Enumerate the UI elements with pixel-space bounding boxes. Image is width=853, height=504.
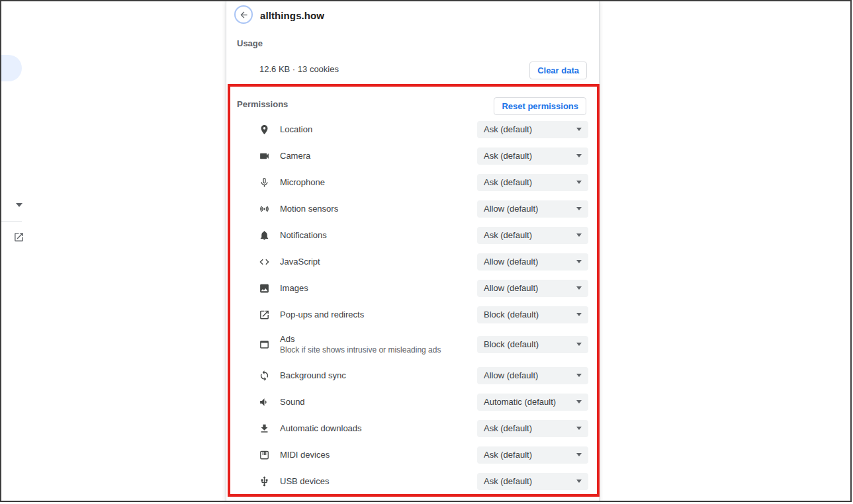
location-dropdown[interactable]: Ask (default) (477, 121, 588, 138)
permission-label: Pop-ups and redirects (280, 310, 364, 320)
javascript-dropdown[interactable]: Allow (default) (477, 253, 588, 271)
permission-label: MIDI devices (280, 450, 330, 460)
permission-row-sound: Sound Automatic (default) (226, 389, 600, 415)
dropdown-selected-value: Block (default) (484, 310, 539, 319)
camera-dropdown[interactable]: Ask (default) (477, 147, 588, 165)
dropdown-selected-value: Allow (default) (484, 257, 538, 267)
dropdown-caret-icon (576, 313, 582, 316)
dropdown-caret-icon (576, 374, 582, 377)
dropdown-selected-value: Ask (default) (484, 124, 532, 134)
back-button[interactable] (234, 5, 253, 24)
automatic-downloads-dropdown[interactable]: Ask (default) (477, 420, 588, 437)
sidebar-selected-item-highlight[interactable] (1, 55, 22, 81)
popups-icon (259, 310, 270, 321)
permission-row-automatic-downloads: Automatic downloads Ask (default) (226, 415, 600, 442)
notifications-icon (259, 230, 270, 241)
chevron-down-icon[interactable] (16, 203, 22, 207)
page-title: allthings.how (260, 10, 324, 21)
location-icon (259, 124, 270, 136)
permission-label: Images (280, 283, 308, 294)
permission-row-location: Location Ask (default) (226, 116, 600, 143)
motion-sensors-icon (259, 204, 270, 215)
sound-dropdown[interactable]: Automatic (default) (477, 394, 588, 411)
dropdown-caret-icon (576, 207, 582, 210)
dropdown-caret-icon (576, 286, 582, 290)
dropdown-selected-value: Ask (default) (484, 230, 532, 240)
dropdown-caret-icon (576, 427, 582, 430)
dropdown-caret-icon (576, 260, 582, 263)
permission-row-ads: Ads Block if site shows intrusive or mis… (226, 327, 600, 362)
dropdown-caret-icon (576, 181, 582, 184)
permission-row-usb-devices: USB devices Ask (default) (226, 468, 600, 495)
permission-label: Location (280, 124, 312, 135)
dropdown-selected-value: Ask (default) (484, 450, 532, 460)
ads-dropdown[interactable]: Block (default) (477, 336, 588, 353)
images-icon (259, 283, 270, 294)
dropdown-caret-icon (576, 128, 582, 131)
sidebar-divider (1, 221, 22, 222)
permission-label: Camera (280, 151, 310, 161)
motion-sensors-dropdown[interactable]: Allow (default) (477, 200, 588, 218)
reset-permissions-button[interactable]: Reset permissions (494, 97, 586, 115)
permission-sublabel: Block if site shows intrusive or mislead… (280, 345, 441, 355)
permission-label: Notifications (280, 230, 327, 241)
site-settings-panel: allthings.how Usage 12.6 KB · 13 cookies… (226, 1, 600, 501)
usb-devices-icon (259, 476, 270, 487)
permission-label: USB devices (280, 476, 329, 487)
ads-icon (259, 339, 270, 351)
permissions-section-label: Permissions (237, 99, 288, 109)
permission-row-camera: Camera Ask (default) (226, 143, 600, 169)
dropdown-selected-value: Allow (default) (484, 204, 538, 214)
dropdown-caret-icon (576, 400, 582, 403)
dropdown-selected-value: Allow (default) (484, 283, 538, 293)
permission-row-microphone: Microphone Ask (default) (226, 169, 600, 196)
permission-label: Microphone (280, 177, 325, 188)
clear-data-button[interactable]: Clear data (529, 62, 587, 79)
back-arrow-icon (239, 10, 249, 20)
microphone-dropdown[interactable]: Ask (default) (477, 174, 588, 191)
automatic-downloads-icon (259, 423, 270, 435)
microphone-icon (259, 177, 270, 189)
dropdown-caret-icon (576, 233, 582, 237)
dropdown-selected-value: Allow (default) (484, 370, 538, 380)
dropdown-selected-value: Automatic (default) (484, 397, 556, 407)
permission-row-motion-sensors: Motion sensors Allow (default) (226, 196, 600, 222)
permission-row-javascript: JavaScript Allow (default) (226, 249, 600, 275)
dropdown-caret-icon (576, 154, 582, 157)
permission-label: JavaScript (280, 257, 320, 267)
dropdown-caret-icon (576, 343, 582, 346)
background-sync-icon (259, 370, 270, 382)
background-sync-dropdown[interactable]: Allow (default) (477, 367, 588, 384)
permission-row-popups: Pop-ups and redirects Block (default) (226, 302, 600, 328)
permission-label: Background sync (280, 370, 346, 381)
permission-label: Automatic downloads (280, 423, 362, 434)
notifications-dropdown[interactable]: Ask (default) (477, 227, 588, 244)
permission-label: Sound (280, 397, 305, 407)
dropdown-selected-value: Ask (default) (484, 476, 532, 486)
permission-label: Motion sensors (280, 204, 338, 214)
camera-icon (259, 151, 270, 162)
javascript-icon (259, 257, 270, 268)
dropdown-selected-value: Ask (default) (484, 151, 532, 161)
permission-row-midi-devices: MIDI devices Ask (default) (226, 442, 600, 468)
permission-row-notifications: Notifications Ask (default) (226, 222, 600, 249)
usage-summary: 12.6 KB · 13 cookies (259, 64, 339, 74)
dropdown-selected-value: Block (default) (484, 339, 539, 349)
dropdown-selected-value: Ask (default) (484, 423, 532, 433)
permission-row-images: Images Allow (default) (226, 275, 600, 302)
dropdown-caret-icon (576, 453, 582, 456)
usage-section-label: Usage (237, 38, 263, 48)
permission-label: Ads (280, 334, 441, 345)
images-dropdown[interactable]: Allow (default) (477, 280, 588, 297)
usb-devices-dropdown[interactable]: Ask (default) (477, 473, 588, 490)
midi-devices-icon (259, 450, 270, 461)
dropdown-caret-icon (576, 480, 582, 483)
sound-icon (259, 397, 270, 408)
permission-row-background-sync: Background sync Allow (default) (226, 362, 600, 389)
popups-dropdown[interactable]: Block (default) (477, 306, 588, 323)
midi-devices-dropdown[interactable]: Ask (default) (477, 446, 588, 464)
dropdown-selected-value: Ask (default) (484, 177, 532, 187)
open-in-new-icon[interactable] (13, 231, 24, 243)
